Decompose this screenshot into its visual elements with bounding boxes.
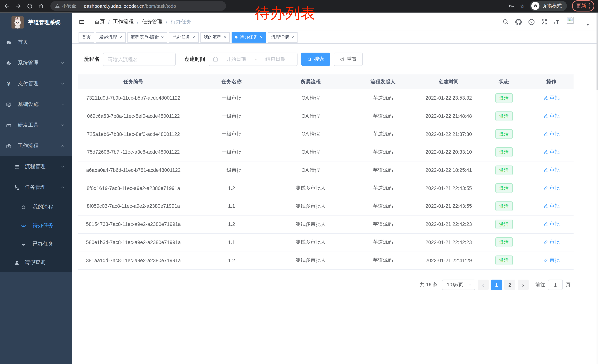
breadcrumb-separator: / — [137, 19, 139, 25]
cell-action: 审批 — [529, 203, 573, 210]
sidebar-item-todo-tasks[interactable]: 待办任务 — [0, 216, 72, 235]
status-badge: 激活 — [495, 219, 513, 229]
sidebar-item-workflow[interactable]: 工作流程 — [0, 136, 72, 156]
sidebar-collapse-icon[interactable] — [79, 19, 85, 25]
bookmark-star-icon[interactable]: ☆ — [520, 3, 525, 9]
help-icon[interactable]: ? — [528, 18, 535, 25]
cell-status: 激活 — [479, 219, 529, 229]
col-created: 创建时间 — [419, 78, 479, 85]
annotation-text: 待办列表 — [255, 3, 316, 23]
date-range-picker[interactable]: 开始日期 - 结束日期 — [208, 53, 298, 66]
url-path[interactable]: /bpm/task/todo — [144, 3, 176, 9]
prev-page-button[interactable]: ‹ — [478, 280, 489, 290]
sidebar-item-home[interactable]: 首页 — [0, 32, 72, 53]
github-icon[interactable] — [515, 18, 522, 25]
sidebar-item-system[interactable]: 系统管理 — [0, 53, 72, 73]
scrollbar-thumb[interactable] — [597, 13, 598, 90]
sidebar-item-infra[interactable]: 基础设施 — [0, 94, 72, 115]
edit-pencil-icon — [543, 258, 548, 263]
close-icon[interactable]: × — [192, 35, 195, 40]
calendar-icon — [213, 57, 218, 62]
approve-link[interactable]: 审批 — [543, 113, 560, 119]
cell-task-name: 1.2 — [189, 258, 274, 263]
tag-home[interactable]: 首页 — [79, 32, 94, 42]
approve-link[interactable]: 审批 — [543, 167, 560, 173]
next-page-button[interactable]: › — [518, 280, 529, 290]
close-icon[interactable]: × — [161, 35, 164, 40]
breadcrumb-separator: / — [166, 19, 167, 25]
page-2-button[interactable]: 2 — [504, 280, 515, 290]
workflow-submenu: 流程管理 任务管理 我的流程 待办任务 已办 — [0, 156, 72, 272]
tag-label: 已办任务 — [172, 34, 190, 40]
security-label[interactable]: 不安全 — [62, 3, 76, 9]
back-icon[interactable] — [4, 3, 10, 9]
font-size-icon[interactable]: TT — [554, 19, 559, 25]
approve-link[interactable]: 审批 — [543, 95, 560, 101]
toolbox-icon — [6, 122, 11, 128]
close-icon[interactable]: × — [260, 35, 263, 40]
update-button[interactable]: 更新 — [572, 0, 594, 11]
sidebar-item-my-process[interactable]: 我的流程 — [0, 198, 72, 216]
refresh-icon — [340, 57, 345, 62]
tag-label: 发起流程 — [99, 34, 117, 40]
search-button[interactable]: 搜索 — [301, 53, 330, 66]
close-icon[interactable]: × — [119, 35, 122, 40]
end-date-placeholder[interactable]: 结束日期 — [257, 56, 294, 63]
browser-menu-icon[interactable] — [589, 4, 590, 8]
scrollbar-track[interactable] — [597, 13, 598, 364]
breadcrumb-home[interactable]: 首页 — [94, 18, 105, 25]
cell-action: 审批 — [529, 221, 573, 228]
process-name-label: 流程名 — [84, 56, 100, 63]
address-bar[interactable]: 不安全 dashboard.yudao.iocoder.cn/bpm/task/… — [50, 1, 226, 11]
sidebar-item-task-mgmt[interactable]: 任务管理 — [0, 177, 72, 198]
breadcrumb-workflow[interactable]: 工作流程 — [113, 18, 134, 25]
tag-my-process[interactable]: 我的流程× — [200, 32, 230, 42]
page-1-button[interactable]: 1 — [491, 280, 502, 290]
approve-link[interactable]: 审批 — [543, 203, 560, 209]
table-row: a6aba0a4-7b6d-11ec-b781-acde48001122 一级审… — [78, 162, 573, 179]
breadcrumb-task-mgmt[interactable]: 任务管理 — [142, 18, 163, 25]
key-icon[interactable] — [508, 3, 515, 9]
tag-done-tasks[interactable]: 已办任务× — [169, 32, 199, 42]
approve-link[interactable]: 审批 — [543, 221, 560, 227]
sidebar-item-label: 任务管理 — [25, 184, 46, 191]
cell-task-id: 8f0d1619-7ac8-11ec-a9e2-a2380e71991a — [78, 186, 189, 191]
sidebar-item-devtools[interactable]: 研发工具 — [0, 115, 72, 136]
close-icon[interactable]: × — [291, 35, 294, 40]
cell-task-id: 381aa1dd-7ac8-11ec-a9e2-a2380e71991a — [78, 258, 189, 263]
start-date-placeholder[interactable]: 开始日期 — [218, 56, 254, 63]
avatar-caret-icon[interactable]: ▼ — [586, 23, 590, 27]
process-name-input[interactable] — [103, 53, 176, 66]
approve-link[interactable]: 审批 — [543, 149, 560, 155]
goto-page-input[interactable] — [548, 280, 563, 290]
approve-link[interactable]: 审批 — [543, 239, 560, 245]
sidebar-item-pay[interactable]: ¥ 支付管理 — [0, 73, 72, 94]
url-host[interactable]: dashboard.yudao.iocoder.cn — [84, 3, 144, 9]
warning-icon — [55, 3, 60, 8]
sidebar-item-process-mgmt[interactable]: 流程管理 — [0, 156, 72, 177]
sidebar-item-leave-query[interactable]: 请假查询 — [0, 253, 72, 272]
app-logo-row[interactable]: 芋道管理系统 — [0, 13, 72, 32]
tag-start-process[interactable]: 发起流程× — [96, 32, 125, 42]
approve-link[interactable]: 审批 — [543, 130, 560, 137]
chevron-up-icon — [60, 144, 65, 148]
page-size-select[interactable]: 10条/页 — [442, 280, 475, 290]
tag-form-edit[interactable]: 流程表单-编辑× — [127, 32, 167, 42]
reload-icon[interactable] — [27, 3, 33, 9]
tag-todo-tasks[interactable]: 待办任务× — [232, 32, 266, 42]
close-icon[interactable]: × — [224, 35, 227, 40]
browser-nav — [0, 3, 44, 9]
sidebar-item-done-tasks[interactable]: 已办任务 — [0, 235, 72, 253]
reset-button[interactable]: 重置 — [334, 53, 363, 66]
cell-task-name: 一级审批 — [189, 131, 274, 138]
approve-label: 审批 — [550, 239, 560, 245]
home-icon[interactable] — [38, 3, 44, 9]
reset-label: 重置 — [347, 56, 357, 63]
search-icon[interactable] — [503, 18, 509, 25]
approve-link[interactable]: 审批 — [543, 185, 560, 191]
fullscreen-icon[interactable] — [541, 18, 548, 25]
tag-process-detail[interactable]: 流程详情× — [268, 32, 297, 42]
approve-link[interactable]: 审批 — [543, 257, 560, 263]
forward-icon[interactable] — [15, 3, 22, 9]
avatar[interactable] — [566, 16, 580, 30]
